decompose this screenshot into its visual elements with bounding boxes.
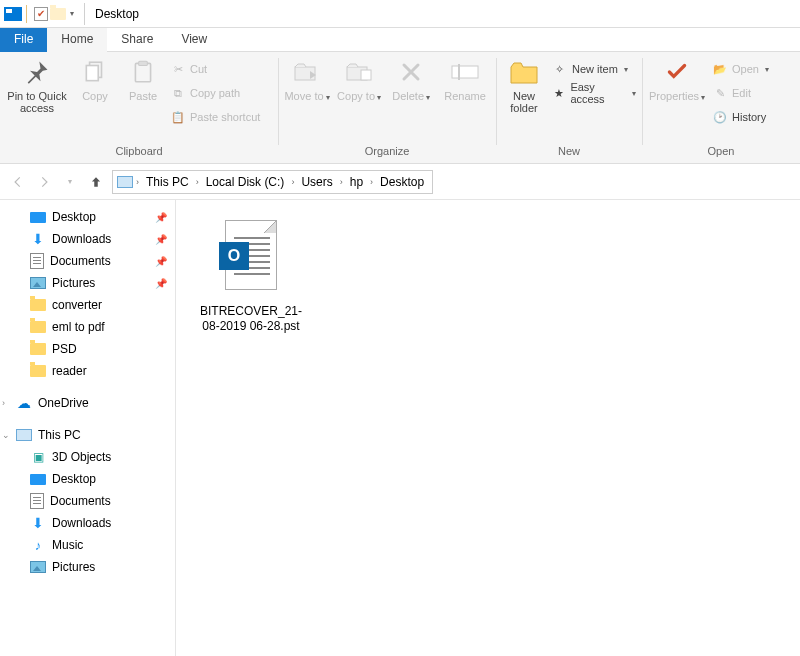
crumb-3[interactable]: hp — [346, 175, 367, 189]
group-open: Properties▾ 📂 Open▾ ✎ Edit 🕑 History Ope… — [642, 52, 800, 163]
open-button[interactable]: 📂 Open▾ — [712, 58, 769, 80]
quick-access-toolbar: ✔ ▾ — [30, 7, 78, 21]
copy-to-label: Copy to — [337, 90, 375, 102]
chevron-right-icon[interactable]: › — [367, 177, 376, 187]
sidebar-item-label: eml to pdf — [52, 320, 105, 334]
delete-button[interactable]: Delete▾ — [388, 56, 434, 103]
title-bar: ✔ ▾ Desktop — [0, 0, 800, 28]
qat-properties-icon[interactable]: ✔ — [34, 7, 48, 21]
ribbon-tabs: File Home Share View — [0, 28, 800, 52]
folder-icon — [30, 365, 46, 377]
chevron-right-icon[interactable]: › — [288, 177, 297, 187]
copy-path-icon: ⧉ — [170, 85, 186, 101]
downloads-icon: ⬇ — [30, 231, 46, 247]
tab-file[interactable]: File — [0, 28, 47, 52]
move-to-button[interactable]: Move to▾ — [284, 56, 330, 103]
new-folder-label: New folder — [502, 90, 546, 114]
rename-button[interactable]: Rename — [440, 56, 490, 102]
sidebar-item-desktop[interactable]: Desktop — [0, 468, 175, 490]
sidebar-item-documents[interactable]: Documents — [0, 490, 175, 512]
open-small-col: 📂 Open▾ ✎ Edit 🕑 History — [712, 56, 769, 128]
chevron-down-icon[interactable]: ⌄ — [2, 430, 10, 440]
delete-icon — [395, 56, 427, 88]
edit-label: Edit — [732, 87, 751, 99]
sidebar-item-label: reader — [52, 364, 87, 378]
group-new: New folder ✧ New item▾ ★ Easy access▾ Ne… — [496, 52, 642, 163]
sidebar-item-reader[interactable]: reader — [0, 360, 175, 382]
group-organize: Move to▾ Copy to▾ Delete▾ Rename — [278, 52, 496, 163]
sidebar-item-label: converter — [52, 298, 102, 312]
copy-button[interactable]: Copy — [74, 56, 116, 102]
properties-icon — [661, 56, 693, 88]
copy-to-button[interactable]: Copy to▾ — [336, 56, 382, 103]
up-button[interactable] — [86, 172, 106, 192]
edit-icon: ✎ — [712, 85, 728, 101]
back-button[interactable] — [8, 172, 28, 192]
history-button[interactable]: 🕑 History — [712, 106, 769, 128]
properties-button[interactable]: Properties▾ — [648, 56, 706, 103]
pin-icon — [21, 56, 53, 88]
paste-shortcut-button[interactable]: 📋 Paste shortcut — [170, 106, 260, 128]
crumb-1[interactable]: Local Disk (C:) — [202, 175, 289, 189]
tab-home[interactable]: Home — [47, 28, 107, 52]
paste-button[interactable]: Paste — [122, 56, 164, 102]
sidebar-item-downloads[interactable]: ⬇Downloads — [0, 512, 175, 534]
sidebar-item-label: PSD — [52, 342, 77, 356]
file-name: BITRECOVER_21-08-2019 06-28.pst — [196, 304, 306, 334]
sidebar-item-desktop[interactable]: Desktop📌 — [0, 206, 175, 228]
cut-button[interactable]: ✂ Cut — [170, 58, 260, 80]
sidebar-item-3d-objects[interactable]: ▣3D Objects — [0, 446, 175, 468]
sidebar-item-pictures[interactable]: Pictures📌 — [0, 272, 175, 294]
nav-pane[interactable]: Desktop📌⬇Downloads📌Documents📌Pictures📌co… — [0, 200, 176, 656]
easy-access-label: Easy access — [570, 81, 626, 105]
tab-share[interactable]: Share — [107, 28, 167, 52]
qat-dropdown-icon[interactable]: ▾ — [70, 9, 74, 18]
content-area[interactable]: O BITRECOVER_21-08-2019 06-28.pst — [176, 200, 800, 656]
sidebar-item-music[interactable]: ♪Music — [0, 534, 175, 556]
chevron-right-icon[interactable]: › — [133, 177, 142, 187]
paste-label: Paste — [129, 90, 157, 102]
pin-to-quick-access-button[interactable]: Pin to Quick access — [6, 56, 68, 114]
sidebar-thispc[interactable]: ⌄ This PC — [0, 424, 175, 446]
chevron-right-icon[interactable]: › — [2, 398, 5, 408]
pics-icon — [30, 277, 46, 289]
sidebar-onedrive[interactable]: › ☁ OneDrive — [0, 392, 175, 414]
edit-button[interactable]: ✎ Edit — [712, 82, 769, 104]
new-item-button[interactable]: ✧ New item▾ — [552, 58, 636, 80]
address-bar[interactable]: › This PC › Local Disk (C:) › Users › hp… — [112, 170, 433, 194]
sidebar-item-label: Downloads — [52, 232, 111, 246]
sidebar-item-label: Pictures — [52, 276, 95, 290]
copy-path-button[interactable]: ⧉ Copy path — [170, 82, 260, 104]
sidebar-item-converter[interactable]: converter — [0, 294, 175, 316]
easy-access-button[interactable]: ★ Easy access▾ — [552, 82, 636, 104]
clipboard-small-col: ✂ Cut ⧉ Copy path 📋 Paste shortcut — [170, 56, 260, 128]
crumb-2[interactable]: Users — [297, 175, 336, 189]
sidebar-item-label: Desktop — [52, 472, 96, 486]
properties-label: Properties — [649, 90, 699, 102]
cut-label: Cut — [190, 63, 207, 75]
new-small-col: ✧ New item▾ ★ Easy access▾ — [552, 56, 636, 104]
sidebar-item-psd[interactable]: PSD — [0, 338, 175, 360]
new-folder-button[interactable]: New folder — [502, 56, 546, 114]
copy-path-label: Copy path — [190, 87, 240, 99]
move-to-label: Move to — [284, 90, 323, 102]
forward-button[interactable] — [34, 172, 54, 192]
file-item[interactable]: O BITRECOVER_21-08-2019 06-28.pst — [196, 220, 306, 334]
chevron-right-icon[interactable]: › — [193, 177, 202, 187]
crumb-4[interactable]: Desktop — [376, 175, 428, 189]
tab-view[interactable]: View — [167, 28, 221, 52]
sidebar-item-pictures[interactable]: Pictures — [0, 556, 175, 578]
paste-shortcut-label: Paste shortcut — [190, 111, 260, 123]
title-separator — [84, 3, 85, 25]
pin-icon: 📌 — [155, 234, 167, 245]
recent-dropdown[interactable]: ▾ — [60, 172, 80, 192]
crumb-0[interactable]: This PC — [142, 175, 193, 189]
sidebar-item-eml-to-pdf[interactable]: eml to pdf — [0, 316, 175, 338]
crumb-2-label: Users — [301, 175, 332, 189]
thispc-icon — [16, 429, 32, 441]
sidebar-item-documents[interactable]: Documents📌 — [0, 250, 175, 272]
onedrive-icon: ☁ — [16, 395, 32, 411]
chevron-right-icon[interactable]: › — [337, 177, 346, 187]
qat-newfolder-icon[interactable] — [50, 8, 66, 20]
sidebar-item-downloads[interactable]: ⬇Downloads📌 — [0, 228, 175, 250]
